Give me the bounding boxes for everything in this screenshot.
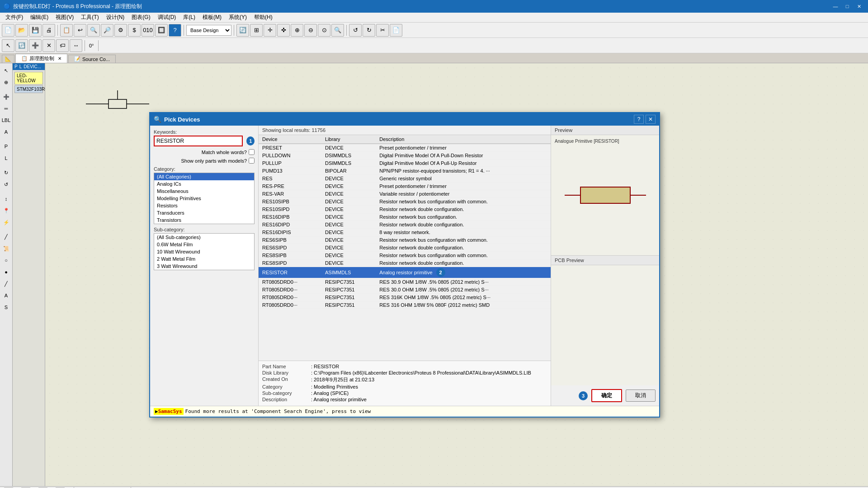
wire-tool[interactable]: ➕ — [1, 91, 12, 102]
minimize-button[interactable]: — — [830, 2, 841, 11]
select-button[interactable]: ↖ — [2, 39, 14, 52]
cut-button[interactable]: ✂ — [376, 24, 389, 37]
tag-button[interactable]: 🏷 — [56, 39, 69, 52]
results-table[interactable]: Device Library Description PRESETDEVICEP… — [259, 135, 551, 361]
zoom-out2-button[interactable]: ⊖ — [304, 24, 317, 37]
sub-06w[interactable]: 0.6W Metal Film — [154, 241, 254, 248]
junction-tool[interactable]: ⊕ — [1, 77, 12, 88]
table-row[interactable]: RES8SIPDDEVICEResistor network double co… — [259, 259, 551, 267]
table-row[interactable]: PUMD13BIPOLARNPN/PNP resistor-equipped t… — [259, 167, 551, 175]
rotate-cw[interactable]: ↻ — [1, 167, 12, 178]
sub-10w[interactable]: 10 Watt Wirewound — [154, 248, 254, 255]
cancel-button[interactable]: 取消 — [626, 389, 656, 402]
menu-library[interactable]: 库(L) — [179, 13, 199, 22]
canvas-area[interactable]: Pick Devices ? ✕ Keywords: 1 — [45, 63, 868, 486]
menu-system[interactable]: 系统(Y) — [225, 13, 250, 22]
bus-entry[interactable]: ╱ — [1, 231, 12, 242]
table-row[interactable]: RES16DIPISDEVICE8 way resistor network. — [259, 229, 551, 236]
rotate-button[interactable]: 🔃 — [15, 39, 28, 52]
tab-source[interactable]: 📝 Source Co... — [68, 55, 116, 63]
table-row[interactable]: RES16DIPBDEVICEResistor network bus conf… — [259, 213, 551, 221]
rotate-ccw[interactable]: ↺ — [1, 179, 12, 190]
menu-tools[interactable]: 工具(T) — [77, 13, 102, 22]
table-row[interactable]: RES-VARDEVICEVariable resistor / potenti… — [259, 190, 551, 198]
line-tool[interactable]: ╱ — [1, 278, 12, 289]
redo-button[interactable]: ↻ — [363, 24, 375, 37]
properties-button[interactable]: ⚙ — [114, 24, 127, 37]
paste-button[interactable]: 📄 — [390, 24, 402, 37]
generator-tool[interactable]: ⚡ — [1, 217, 12, 228]
component-tool[interactable]: P — [1, 141, 12, 152]
tab-schematic[interactable]: 📋 原理图绘制 ✕ — [15, 54, 67, 63]
table-row[interactable]: RESDEVICEGeneric resistor symbol — [259, 175, 551, 183]
refresh-button[interactable]: 🔄 — [236, 24, 249, 37]
category-list[interactable]: (All Categories) Analog ICs Miscellaneou… — [154, 173, 255, 224]
circle-tool[interactable]: ○ — [1, 255, 12, 266]
table-row[interactable]: PULLUPDSIMMDLSDigital Primitive Model Of… — [259, 160, 551, 167]
table-row[interactable]: RT0805DRD0···RESIPC7351RES 316 OHM 1/8W … — [259, 301, 551, 309]
sub-2w[interactable]: 2 Watt Metal Film — [154, 255, 254, 263]
sub-all[interactable]: (All Sub-categories) — [154, 234, 254, 241]
table-row[interactable]: RES16DIPDDEVICEResistor network double c… — [259, 221, 551, 229]
table-row[interactable]: RESISTORASIMMDLSAnalog resistor primitiv… — [259, 267, 551, 278]
dialog-help-button[interactable]: ? — [634, 115, 644, 124]
text-tool[interactable]: A — [1, 127, 12, 137]
match-whole-words-checkbox[interactable] — [249, 149, 255, 155]
binary-button[interactable]: 010 — [142, 24, 154, 37]
tab-close-icon[interactable]: ✕ — [58, 56, 61, 61]
label-tool[interactable]: LBL — [1, 115, 12, 126]
table-row[interactable]: RES-PREDEVICEPreset potentiometer / trim… — [259, 183, 551, 190]
col-library[interactable]: Library — [321, 135, 376, 144]
menu-template[interactable]: 模板(M) — [199, 13, 225, 22]
zoom-fit-button[interactable]: ⊙ — [318, 24, 330, 37]
col-device[interactable]: Device — [259, 135, 321, 144]
show-only-parts-checkbox[interactable] — [249, 158, 255, 164]
keywords-input[interactable] — [154, 136, 243, 146]
zoom-in2-button[interactable]: ⊕ — [291, 24, 303, 37]
table-row[interactable]: RT0805DRD0···RESIPC7351RES 30.0 OHM 1/8W… — [259, 286, 551, 294]
table-row[interactable]: RES8SIPBDEVICEResistor network bus confi… — [259, 252, 551, 259]
chip-button[interactable]: 🔲 — [155, 24, 168, 37]
side-item-led[interactable]: LED-YELLOW — [14, 72, 43, 84]
open-button[interactable]: 📂 — [15, 24, 28, 37]
add-button[interactable]: ➕ — [29, 39, 42, 52]
table-row[interactable]: PRESETDEVICEPreset potentiometer / trimm… — [259, 144, 551, 152]
menu-debug[interactable]: 调试(D) — [154, 13, 180, 22]
dialog-close-button[interactable]: ✕ — [646, 115, 656, 124]
grid-button[interactable]: ⊞ — [250, 24, 263, 37]
delete-button[interactable]: ✕ — [42, 39, 55, 52]
copy-button[interactable]: 📋 — [60, 24, 73, 37]
subcategory-list[interactable]: (All Sub-categories) 0.6W Metal Film 10 … — [154, 233, 255, 270]
table-row[interactable]: RES10SIPBDEVICEResistor network bus conf… — [259, 198, 551, 206]
power-tool[interactable]: L — [1, 153, 12, 164]
confirm-button[interactable]: 确定 — [591, 389, 622, 402]
text2-tool[interactable]: A — [1, 290, 12, 301]
category-resistors[interactable]: Resistors — [154, 202, 254, 209]
symbol-tool[interactable]: S — [1, 302, 12, 313]
menu-edit[interactable]: 编辑(E) — [27, 13, 52, 22]
menu-help[interactable]: 帮助(H) — [250, 13, 276, 22]
fill-tool[interactable]: ● — [1, 267, 12, 277]
side-item-stm32[interactable]: STM32F103R6 — [14, 85, 43, 93]
category-analog-ics[interactable]: Analog ICs — [154, 180, 254, 188]
select-tool[interactable]: ↖ — [1, 65, 12, 76]
move-button[interactable]: ✜ — [277, 24, 290, 37]
zoom-area-button[interactable]: 🔍 — [331, 24, 344, 37]
menu-file[interactable]: 文件(F) — [2, 13, 27, 22]
table-row[interactable]: RT0805DRD0···RESIPC7351RES 30.9 OHM 1/8W… — [259, 278, 551, 286]
bus-tool[interactable]: ═ — [1, 103, 12, 114]
category-modelling[interactable]: Modelling Primitives — [154, 195, 254, 202]
table-row[interactable]: RES6SIPDDEVICEResistor network double co… — [259, 244, 551, 252]
table-row[interactable]: RT0805DRD0···RESIPC7351RES 316K OHM 1/8W… — [259, 294, 551, 301]
category-transistors[interactable]: Transistors — [154, 216, 254, 224]
zoom-in-button[interactable]: 🔍 — [87, 24, 100, 37]
probe-tool[interactable]: 📍 — [1, 205, 12, 216]
flip-button[interactable]: ↔ — [70, 39, 82, 52]
script-tool[interactable]: 📜 — [1, 243, 12, 254]
col-description[interactable]: Description — [376, 135, 551, 144]
category-transducers[interactable]: Transducers — [154, 209, 254, 216]
dollar-button[interactable]: $ — [128, 24, 141, 37]
menu-design[interactable]: 设计(N) — [103, 13, 128, 22]
table-row[interactable]: RES6SIPBDEVICEResistor network bus confi… — [259, 236, 551, 244]
undo-button[interactable]: ↩ — [74, 24, 86, 37]
